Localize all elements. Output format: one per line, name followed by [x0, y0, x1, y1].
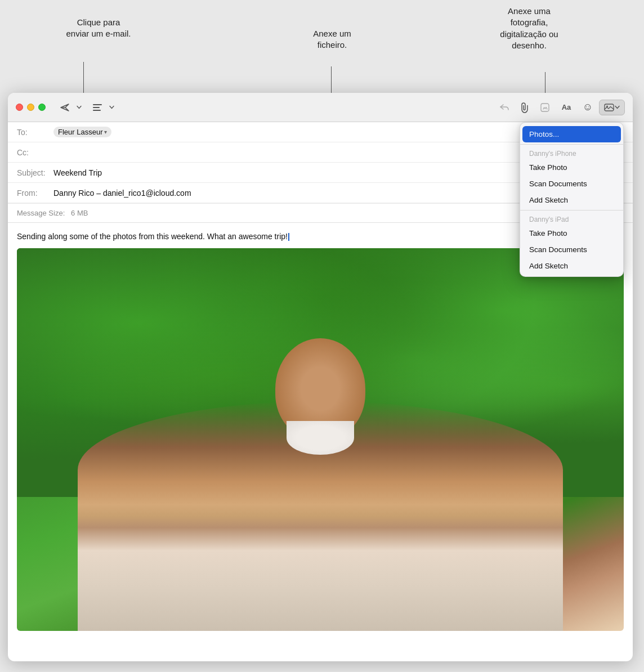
from-value: Danny Rico – daniel_rico1@icloud.com: [53, 189, 191, 198]
body-text: Sending along some of the photos from th…: [17, 232, 288, 241]
menu-item-ipad-add-sketch[interactable]: Add Sketch: [520, 258, 623, 274]
subject-label: Subject:: [17, 168, 53, 177]
menu-item-iphone-take-photo[interactable]: Take Photo: [520, 159, 623, 176]
traffic-lights: [16, 104, 46, 111]
markup-icon: [540, 102, 550, 113]
chevron-down-icon: [77, 105, 82, 109]
callout-attach: Anexe umficheiro.: [287, 28, 377, 51]
svg-rect-1: [93, 107, 100, 108]
font-button[interactable]: Aa: [556, 100, 576, 115]
format-button-group: [88, 100, 117, 115]
paperclip-icon: [520, 102, 529, 113]
photo-dropdown-menu: Photos... Danny's iPhone Take Photo Scan…: [520, 122, 624, 277]
subject-value: Weekend Trip: [53, 168, 102, 177]
callout-send-text: Clique paraenviar um e-mail.: [66, 17, 131, 38]
send-button-group: [56, 100, 84, 115]
font-icon: Aa: [562, 103, 571, 111]
callout-send: Clique paraenviar um e-mail.: [42, 17, 155, 40]
emoji-icon: ☺: [583, 101, 593, 113]
toolbar-right: Aa ☺: [495, 100, 625, 115]
send-chevron-button[interactable]: [74, 100, 84, 115]
svg-rect-4: [605, 104, 614, 111]
menu-item-iphone-scan-documents[interactable]: Scan Documents: [520, 176, 623, 192]
format-chevron-icon: [109, 105, 114, 109]
callout-photo-line: [545, 72, 545, 96]
svg-point-5: [606, 105, 608, 107]
cc-label: Cc:: [17, 148, 53, 157]
callout-photo: Anexe umafotografia,digitalização oudese…: [473, 6, 585, 51]
minimize-button[interactable]: [27, 104, 34, 111]
menu-section-ipad: Danny's iPad: [520, 212, 623, 225]
reply-button[interactable]: [495, 100, 513, 115]
callout-attach-text: Anexe umficheiro.: [313, 29, 351, 50]
photo-person-beard: [287, 421, 354, 455]
recipient-name: Fleur Lasseur: [58, 128, 102, 136]
recipient-badge[interactable]: Fleur Lasseur ▾: [53, 127, 111, 137]
email-body[interactable]: Sending along some of the photos from th…: [8, 223, 633, 635]
reply-icon: [499, 103, 509, 112]
menu-item-photos[interactable]: Photos...: [522, 126, 621, 142]
menu-item-iphone-add-sketch[interactable]: Add Sketch: [520, 192, 623, 208]
maximize-button[interactable]: [38, 104, 46, 111]
format-icon: [92, 103, 103, 112]
email-photo: [17, 248, 624, 631]
mail-window: Aa ☺ To: Fleur La: [8, 93, 633, 661]
toolbar: Aa ☺: [8, 93, 633, 122]
attach-button[interactable]: [516, 100, 534, 115]
photo-media-icon: [604, 103, 614, 112]
callout-attach-line: [331, 66, 332, 95]
recipient-chevron-icon: ▾: [104, 129, 107, 135]
emoji-button[interactable]: ☺: [579, 100, 597, 115]
menu-divider-1: [520, 144, 623, 145]
close-button[interactable]: [16, 104, 23, 111]
from-label: From:: [17, 189, 53, 198]
text-cursor: [288, 233, 289, 241]
to-label: To:: [17, 128, 53, 137]
send-button[interactable]: [56, 100, 74, 115]
svg-rect-3: [541, 104, 549, 111]
menu-item-ipad-scan-documents[interactable]: Scan Documents: [520, 241, 623, 258]
send-icon: [60, 102, 70, 113]
photo-chevron-icon: [615, 105, 620, 109]
callout-photo-text: Anexe umafotografia,digitalização oudese…: [500, 6, 558, 50]
photo-media-button[interactable]: [599, 100, 625, 115]
message-size-text: Message Size: 6 MB: [17, 209, 88, 217]
format-chevron-button[interactable]: [106, 100, 117, 115]
format-button[interactable]: [88, 100, 106, 115]
menu-item-ipad-take-photo[interactable]: Take Photo: [520, 225, 623, 241]
svg-rect-2: [93, 110, 101, 111]
menu-divider-2: [520, 210, 623, 210]
svg-rect-0: [93, 104, 102, 105]
menu-section-iphone: Danny's iPhone: [520, 146, 623, 159]
markup-button[interactable]: [536, 100, 554, 115]
